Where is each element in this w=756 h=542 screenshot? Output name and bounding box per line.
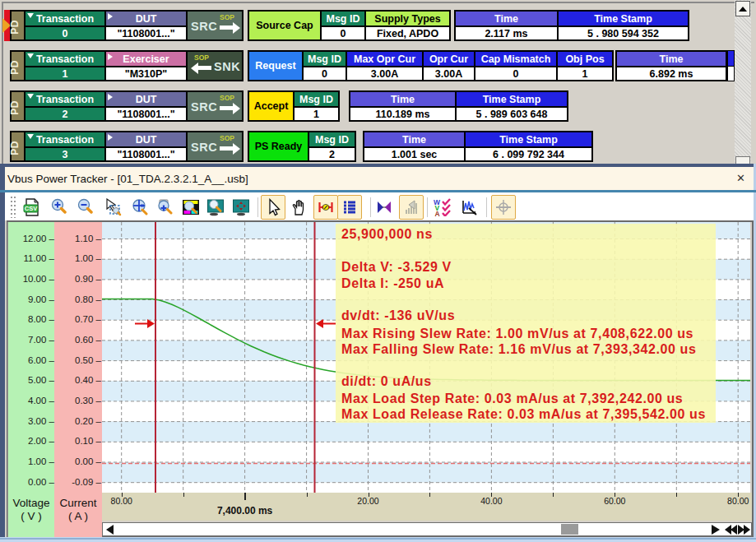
svg-text:A: A <box>435 210 440 216</box>
svg-text:CSV: CSV <box>25 205 37 212</box>
